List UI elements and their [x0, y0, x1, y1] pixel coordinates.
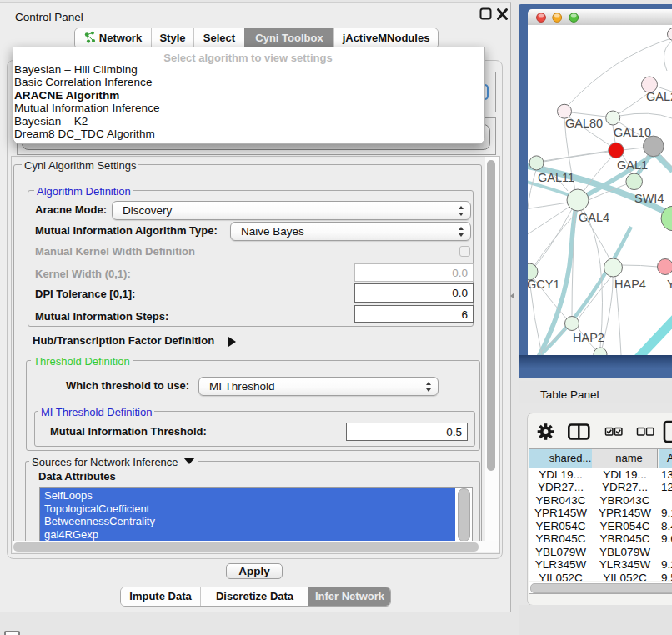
svg-text:GAL11: GAL11: [538, 171, 574, 184]
svg-text:HAP4: HAP4: [614, 278, 646, 291]
svg-text:GAL1: GAL1: [617, 158, 648, 172]
svg-text:GCY1: GCY1: [528, 278, 560, 291]
svg-text:SWI4: SWI4: [634, 192, 664, 205]
svg-text:GAL2: GAL2: [646, 90, 672, 103]
svg-text:YJ: YJ: [667, 278, 672, 291]
svg-text:GAL80: GAL80: [565, 117, 603, 130]
svg-text:GAL4: GAL4: [579, 211, 609, 224]
svg-text:HAP2: HAP2: [573, 331, 604, 344]
svg-text:GAL10: GAL10: [614, 126, 651, 139]
